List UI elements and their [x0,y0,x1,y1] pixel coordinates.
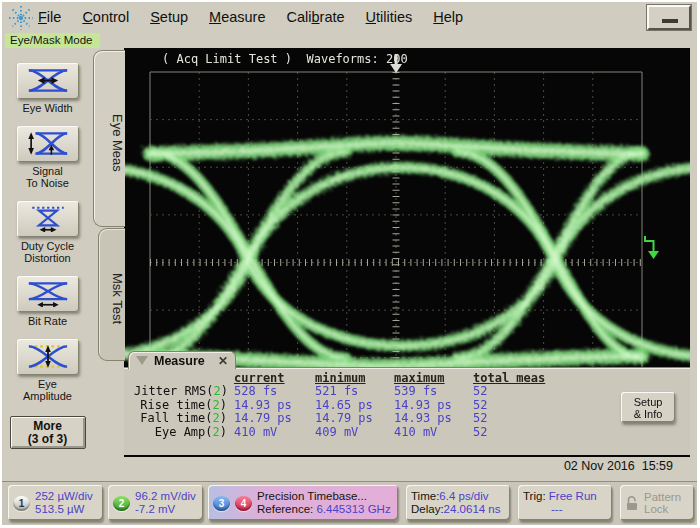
dropdown-triangle-icon[interactable] [136,356,148,365]
channel-1-badge: 1 [13,496,30,511]
timebase-reference-value: 6.445313 GHz [316,503,390,515]
timebase-reference-label: Reference: [257,503,313,515]
pattern-lock-line2: Lock [644,503,668,515]
setup-info-button[interactable]: Setup & Info [621,392,675,423]
menu-calibrate[interactable]: Calibrate [286,9,344,25]
menu-help[interactable]: Help [433,9,463,25]
lock-icon [625,495,639,511]
eye-amplitude-icon [26,343,70,370]
agilent-logo-icon [8,5,34,31]
pattern-lock-line1: Pattern [644,491,681,503]
menu-setup[interactable]: Setup [150,9,188,25]
eye-width-label: Eye Width [2,102,93,114]
tab-eye-meas-label: Eye Meas [110,106,125,172]
signal-to-noise-icon [26,130,70,157]
eye-width-icon [26,67,70,94]
eye-width-button[interactable] [17,63,79,99]
datetime: 02 Nov 2016 15:59 [564,459,673,473]
measure-panel-title: Measure [154,354,205,368]
signal-to-noise-label: SignalTo Noise [2,165,93,189]
time-label: Time: [411,490,439,502]
channel-2-offset: -7.2 mV [135,503,175,515]
measure-row: Jitter RMS(2)528 fs521 fs539 fs52 [134,385,583,398]
trigger-button[interactable]: Trig: Free Run--- [518,485,612,521]
measure-panel: Measure ✕ currentminimummaximumtotal mea… [124,368,690,455]
timebase-title: Precision Timebase... [257,490,367,502]
menu-file[interactable]: File [38,9,61,25]
menu-utilities[interactable]: Utilities [366,9,413,25]
menu-control[interactable]: Control [82,9,129,25]
measure-column-header: total meas [473,372,583,385]
tab-msk-test-label: Msk Test [110,265,125,324]
setup-info-line2: & Info [634,408,663,420]
channel-1-button[interactable]: 1 252 µW/div513.5 µW [8,485,103,521]
channel-3-badge: 3 [213,496,230,511]
channel-4-badge: 4 [235,496,252,511]
delay-label: Delay: [411,503,444,515]
trig-value: Free Run [549,490,597,502]
minimize-button[interactable] [647,5,691,30]
close-icon[interactable]: ✕ [218,354,228,368]
channel-2-badge: 2 [113,496,130,511]
channel-1-scale: 252 µW/div [35,490,93,502]
eye-diagram-waveform [124,143,690,366]
eye-amplitude-label: EyeAmplitude [2,378,93,402]
signal-to-noise-button[interactable] [17,126,79,162]
time-value: 6.4 ps/div [439,490,488,502]
measure-row: Rise time(2)14.93 ps14.65 ps14.93 ps52 [134,399,583,412]
sidebar: Eye WidthSignalTo NoiseDuty CycleDistort… [2,48,93,482]
acq-status-text: ( Acq Limit Test ) Waveforms: 200 [162,52,408,66]
channel-2-ground-marker-icon [645,236,659,259]
app-window: FileControlSetupMeasureCalibrateUtilitie… [2,2,697,525]
status-bar: 1 252 µW/div513.5 µW 2 96.2 mV/div-7.2 m… [2,481,697,525]
bit-rate-label: Bit Rate [2,315,93,327]
measure-panel-tab: Measure ✕ [128,351,236,369]
more-page-indicator: (3 of 3) [28,432,67,446]
trig-line2: --- [523,503,563,515]
tab-msk-test[interactable]: Msk Test [98,228,125,361]
channel-2-scale: 96.2 mV/div [135,490,196,502]
more-label: More [33,419,62,433]
more-button[interactable]: More (3 of 3) [10,416,86,449]
measure-row: Eye Amp(2)410 mV409 mV410 mV52 [134,426,583,439]
pattern-lock-button[interactable]: PatternLock [620,485,694,521]
menu-items: FileControlSetupMeasureCalibrateUtilitie… [38,8,484,26]
channel-2-button[interactable]: 2 96.2 mV/div-7.2 mV [108,485,203,521]
menu-measure[interactable]: Measure [209,9,265,25]
measure-column-header: maximum [394,372,473,385]
menu-bar: FileControlSetupMeasureCalibrateUtilitie… [2,2,697,32]
mode-label: Eye/Mask Mode [5,33,100,48]
measure-column-header: minimum [315,372,394,385]
precision-timebase-button[interactable]: 3 4 Precision Timebase...Reference: 6.44… [208,485,398,521]
trig-label: Trig: [523,490,546,502]
minimize-icon [662,19,678,23]
timebase-scale-button[interactable]: Time:6.4 ps/divDelay:24.0614 ns [406,485,510,521]
measure-column-header: current [234,372,315,385]
measure-table: currentminimummaximumtotal measJitter RM… [134,372,583,439]
duty-cycle-distortion-icon [26,205,70,232]
channel-1-offset: 513.5 µW [35,503,84,515]
setup-info-line1: Setup [634,396,663,408]
tab-eye-meas[interactable]: Eye Meas [93,50,125,227]
delay-value: 24.0614 ns [444,503,501,515]
measure-row: Fall time(2)14.79 ps14.79 ps14.93 ps52 [134,412,583,425]
duty-cycle-distortion-button[interactable] [17,201,79,237]
duty-cycle-distortion-label: Duty CycleDistortion [2,240,93,264]
eye-amplitude-button[interactable] [17,339,79,375]
bit-rate-icon [26,280,70,307]
bit-rate-button[interactable] [17,276,79,312]
